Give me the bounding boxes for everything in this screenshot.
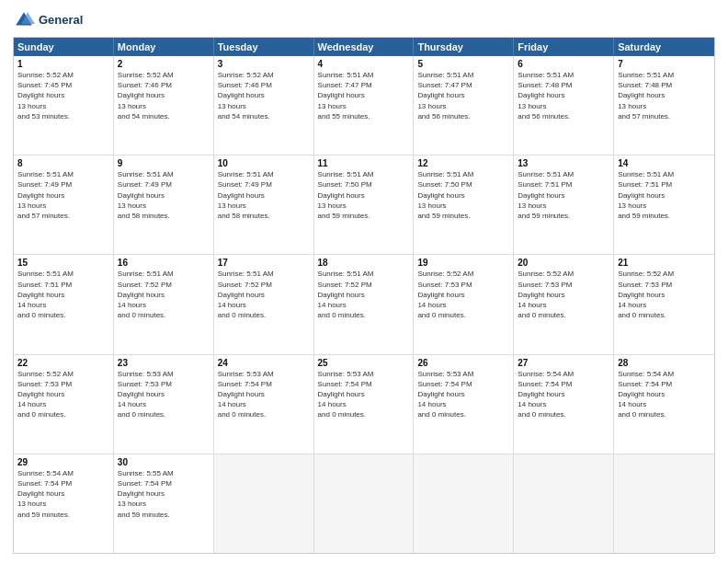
calendar-cell-12: 12Sunrise: 5:51 AMSunset: 7:50 PMDayligh…	[414, 155, 514, 254]
cell-sun-info: Sunrise: 5:52 AMSunset: 7:53 PMDaylight …	[17, 369, 109, 420]
calendar-cell-empty	[414, 454, 514, 553]
calendar-cell-21: 21Sunrise: 5:52 AMSunset: 7:53 PMDayligh…	[614, 255, 714, 353]
calendar-cell-11: 11Sunrise: 5:51 AMSunset: 7:50 PMDayligh…	[314, 155, 415, 254]
cell-sun-info: Sunrise: 5:54 AMSunset: 7:54 PMDaylight …	[17, 468, 109, 520]
calendar-cell-27: 27Sunrise: 5:54 AMSunset: 7:54 PMDayligh…	[514, 355, 614, 454]
calendar-row-3: 15Sunrise: 5:51 AMSunset: 7:51 PMDayligh…	[14, 254, 714, 353]
cell-day-number: 6	[518, 59, 609, 69]
day-header-sunday: Sunday	[14, 38, 114, 56]
cell-day-number: 24	[218, 358, 310, 368]
calendar-cell-1: 1Sunrise: 5:52 AMSunset: 7:45 PMDaylight…	[14, 56, 114, 155]
cell-day-number: 21	[618, 258, 711, 268]
cell-sun-info: Sunrise: 5:51 AMSunset: 7:52 PMDaylight …	[218, 269, 310, 320]
calendar-cell-30: 30Sunrise: 5:55 AMSunset: 7:54 PMDayligh…	[114, 454, 214, 553]
cell-day-number: 29	[17, 457, 109, 467]
cell-sun-info: Sunrise: 5:51 AMSunset: 7:49 PMDaylight …	[118, 169, 210, 221]
calendar-cell-17: 17Sunrise: 5:51 AMSunset: 7:52 PMDayligh…	[214, 255, 314, 353]
calendar-cell-24: 24Sunrise: 5:53 AMSunset: 7:54 PMDayligh…	[214, 355, 314, 454]
cell-sun-info: Sunrise: 5:51 AMSunset: 7:51 PMDaylight …	[17, 269, 109, 320]
calendar-cell-8: 8Sunrise: 5:51 AMSunset: 7:49 PMDaylight…	[14, 155, 114, 254]
calendar-cell-3: 3Sunrise: 5:52 AMSunset: 7:46 PMDaylight…	[214, 56, 314, 155]
cell-day-number: 5	[417, 59, 509, 69]
calendar-row-4: 22Sunrise: 5:52 AMSunset: 7:53 PMDayligh…	[14, 354, 714, 454]
logo-icon	[13, 9, 35, 31]
calendar-cell-29: 29Sunrise: 5:54 AMSunset: 7:54 PMDayligh…	[14, 454, 114, 553]
cell-day-number: 22	[17, 358, 109, 368]
calendar-cell-20: 20Sunrise: 5:52 AMSunset: 7:53 PMDayligh…	[514, 255, 614, 353]
cell-sun-info: Sunrise: 5:51 AMSunset: 7:51 PMDaylight …	[618, 169, 711, 221]
calendar-cell-23: 23Sunrise: 5:53 AMSunset: 7:53 PMDayligh…	[114, 355, 214, 454]
cell-sun-info: Sunrise: 5:51 AMSunset: 7:47 PMDaylight …	[417, 70, 509, 121]
calendar-cell-15: 15Sunrise: 5:51 AMSunset: 7:51 PMDayligh…	[14, 255, 114, 353]
cell-sun-info: Sunrise: 5:51 AMSunset: 7:52 PMDaylight …	[318, 269, 410, 320]
cell-sun-info: Sunrise: 5:51 AMSunset: 7:48 PMDaylight …	[618, 70, 711, 121]
cell-day-number: 23	[118, 358, 210, 368]
calendar-cell-18: 18Sunrise: 5:51 AMSunset: 7:52 PMDayligh…	[314, 255, 415, 353]
calendar-cell-2: 2Sunrise: 5:52 AMSunset: 7:46 PMDaylight…	[114, 56, 214, 155]
cell-day-number: 9	[118, 158, 210, 168]
cell-day-number: 19	[417, 258, 509, 268]
calendar-cell-empty	[214, 454, 314, 553]
cell-day-number: 3	[218, 59, 310, 69]
cell-sun-info: Sunrise: 5:51 AMSunset: 7:51 PMDaylight …	[518, 169, 609, 221]
calendar-cell-13: 13Sunrise: 5:51 AMSunset: 7:51 PMDayligh…	[514, 155, 614, 254]
cell-day-number: 14	[618, 158, 711, 168]
calendar-cell-9: 9Sunrise: 5:51 AMSunset: 7:49 PMDaylight…	[114, 155, 214, 254]
cell-day-number: 28	[618, 358, 711, 368]
calendar-cell-14: 14Sunrise: 5:51 AMSunset: 7:51 PMDayligh…	[614, 155, 714, 254]
calendar-body: 1Sunrise: 5:52 AMSunset: 7:45 PMDaylight…	[14, 56, 714, 553]
cell-day-number: 27	[518, 358, 609, 368]
cell-day-number: 16	[118, 258, 210, 268]
cell-day-number: 10	[218, 158, 310, 168]
cell-sun-info: Sunrise: 5:51 AMSunset: 7:52 PMDaylight …	[118, 269, 210, 320]
cell-day-number: 26	[417, 358, 509, 368]
day-header-thursday: Thursday	[414, 38, 514, 56]
calendar-cell-25: 25Sunrise: 5:53 AMSunset: 7:54 PMDayligh…	[314, 355, 415, 454]
logo-text: General	[39, 13, 83, 28]
cell-sun-info: Sunrise: 5:54 AMSunset: 7:54 PMDaylight …	[618, 369, 711, 420]
calendar-row-1: 1Sunrise: 5:52 AMSunset: 7:45 PMDaylight…	[14, 56, 714, 155]
cell-sun-info: Sunrise: 5:52 AMSunset: 7:46 PMDaylight …	[218, 70, 310, 121]
cell-day-number: 7	[618, 59, 711, 69]
cell-day-number: 18	[318, 258, 410, 268]
cell-day-number: 11	[318, 158, 410, 168]
cell-day-number: 1	[17, 59, 109, 69]
calendar-cell-empty	[314, 454, 415, 553]
page-header: General	[13, 9, 715, 31]
calendar-cell-16: 16Sunrise: 5:51 AMSunset: 7:52 PMDayligh…	[114, 255, 214, 353]
calendar-row-2: 8Sunrise: 5:51 AMSunset: 7:49 PMDaylight…	[14, 155, 714, 254]
day-header-monday: Monday	[114, 38, 214, 56]
day-header-tuesday: Tuesday	[214, 38, 314, 56]
calendar-cell-empty	[514, 454, 614, 553]
calendar: SundayMondayTuesdayWednesdayThursdayFrid…	[13, 37, 715, 554]
cell-sun-info: Sunrise: 5:53 AMSunset: 7:53 PMDaylight …	[118, 369, 210, 420]
cell-sun-info: Sunrise: 5:52 AMSunset: 7:53 PMDaylight …	[518, 269, 609, 320]
calendar-cell-7: 7Sunrise: 5:51 AMSunset: 7:48 PMDaylight…	[614, 56, 714, 155]
cell-sun-info: Sunrise: 5:54 AMSunset: 7:54 PMDaylight …	[518, 369, 609, 420]
cell-sun-info: Sunrise: 5:53 AMSunset: 7:54 PMDaylight …	[318, 369, 410, 420]
calendar-cell-22: 22Sunrise: 5:52 AMSunset: 7:53 PMDayligh…	[14, 355, 114, 454]
cell-sun-info: Sunrise: 5:55 AMSunset: 7:54 PMDaylight …	[118, 468, 210, 520]
calendar-row-5: 29Sunrise: 5:54 AMSunset: 7:54 PMDayligh…	[14, 454, 714, 553]
cell-sun-info: Sunrise: 5:51 AMSunset: 7:48 PMDaylight …	[518, 70, 609, 121]
cell-day-number: 17	[218, 258, 310, 268]
cell-day-number: 20	[518, 258, 609, 268]
cell-sun-info: Sunrise: 5:52 AMSunset: 7:53 PMDaylight …	[417, 269, 509, 320]
cell-day-number: 13	[518, 158, 609, 168]
cell-sun-info: Sunrise: 5:51 AMSunset: 7:47 PMDaylight …	[318, 70, 410, 121]
cell-sun-info: Sunrise: 5:53 AMSunset: 7:54 PMDaylight …	[417, 369, 509, 420]
cell-sun-info: Sunrise: 5:51 AMSunset: 7:49 PMDaylight …	[218, 169, 310, 221]
calendar-header: SundayMondayTuesdayWednesdayThursdayFrid…	[14, 38, 714, 56]
calendar-cell-26: 26Sunrise: 5:53 AMSunset: 7:54 PMDayligh…	[414, 355, 514, 454]
day-header-friday: Friday	[514, 38, 614, 56]
cell-day-number: 4	[318, 59, 410, 69]
calendar-cell-10: 10Sunrise: 5:51 AMSunset: 7:49 PMDayligh…	[214, 155, 314, 254]
cell-day-number: 8	[17, 158, 109, 168]
cell-day-number: 2	[118, 59, 210, 69]
cell-day-number: 12	[417, 158, 509, 168]
calendar-cell-6: 6Sunrise: 5:51 AMSunset: 7:48 PMDaylight…	[514, 56, 614, 155]
logo: General	[13, 9, 83, 31]
cell-sun-info: Sunrise: 5:52 AMSunset: 7:46 PMDaylight …	[118, 70, 210, 121]
cell-sun-info: Sunrise: 5:52 AMSunset: 7:45 PMDaylight …	[17, 70, 109, 121]
day-header-wednesday: Wednesday	[314, 38, 415, 56]
